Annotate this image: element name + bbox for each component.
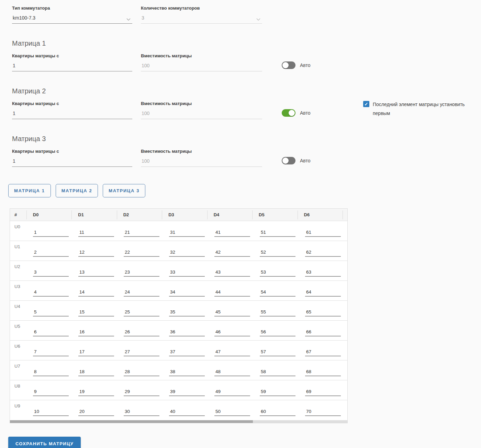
- cell-input[interactable]: [214, 329, 250, 336]
- cell-input[interactable]: [214, 349, 250, 356]
- apartments-input[interactable]: [13, 158, 124, 164]
- cell-input[interactable]: [214, 309, 250, 317]
- cell-input[interactable]: [33, 230, 69, 237]
- cell-input[interactable]: [78, 269, 114, 277]
- capacity-input[interactable]: [142, 111, 254, 116]
- cell-input[interactable]: [78, 369, 114, 376]
- column-header-D1: D1: [72, 209, 117, 221]
- cell-input[interactable]: [124, 329, 159, 336]
- cell-input[interactable]: [260, 269, 295, 277]
- horizontal-scrollbar[interactable]: [10, 420, 347, 423]
- table-cell: [72, 221, 118, 241]
- cell-input[interactable]: [33, 329, 69, 336]
- toggle-knob-icon: [282, 62, 289, 68]
- cell-input[interactable]: [78, 289, 114, 297]
- cell-input[interactable]: [78, 389, 114, 396]
- cell-input[interactable]: [169, 289, 205, 297]
- cell-input[interactable]: [260, 250, 295, 257]
- table-cell: [118, 301, 163, 320]
- cell-input[interactable]: [260, 389, 295, 396]
- checkbox-checked-icon[interactable]: ✓: [363, 101, 369, 107]
- save-matrix-button[interactable]: СОХРАНИТЬ МАТРИЦУ: [8, 437, 81, 448]
- cell-input[interactable]: [33, 409, 69, 416]
- cell-input[interactable]: [305, 230, 341, 237]
- cell-input[interactable]: [305, 309, 341, 317]
- cell-input[interactable]: [169, 389, 205, 396]
- cell-input[interactable]: [305, 269, 341, 277]
- cell-input[interactable]: [260, 289, 295, 297]
- cell-input[interactable]: [169, 329, 205, 336]
- cell-input[interactable]: [169, 369, 205, 376]
- cell-input[interactable]: [169, 349, 205, 356]
- cell-input[interactable]: [305, 369, 341, 376]
- tab-matrix-2[interactable]: МАТРИЦА 2: [56, 184, 98, 197]
- cell-input[interactable]: [124, 349, 159, 356]
- cell-input[interactable]: [124, 289, 159, 297]
- cell-input[interactable]: [260, 369, 295, 376]
- capacity-input[interactable]: [142, 63, 254, 68]
- cell-input[interactable]: [33, 369, 69, 376]
- cell-input[interactable]: [305, 289, 341, 297]
- cell-input[interactable]: [33, 250, 69, 257]
- cell-input[interactable]: [169, 409, 205, 416]
- cell-input[interactable]: [124, 230, 159, 237]
- cell-input[interactable]: [214, 389, 250, 396]
- cell-input[interactable]: [78, 250, 114, 257]
- cell-input[interactable]: [305, 329, 341, 336]
- cell-input[interactable]: [214, 250, 250, 257]
- cell-input[interactable]: [169, 269, 205, 277]
- cell-input[interactable]: [214, 230, 250, 237]
- scrollbar-thumb[interactable]: [10, 420, 253, 423]
- cell-input[interactable]: [33, 289, 69, 297]
- cell-input[interactable]: [33, 269, 69, 277]
- matrix-section-3: Матрица 3 Квартиры матрицы с Вместимость…: [12, 135, 481, 167]
- cell-input[interactable]: [305, 349, 341, 356]
- column-header-D3: D3: [162, 209, 207, 221]
- cell-input[interactable]: [78, 230, 114, 237]
- cell-input[interactable]: [260, 309, 295, 317]
- auto-toggle[interactable]: [282, 109, 295, 117]
- tab-matrix-1[interactable]: МАТРИЦА 1: [8, 184, 51, 197]
- cell-input[interactable]: [33, 349, 69, 356]
- table-cell: [27, 301, 72, 320]
- auto-toggle[interactable]: [282, 61, 295, 69]
- cell-input[interactable]: [305, 409, 341, 416]
- cell-input[interactable]: [260, 409, 295, 416]
- cell-input[interactable]: [33, 309, 69, 317]
- matrix-config-page: Тип коммутатора km100-7.3 Количество ком…: [0, 0, 481, 448]
- cell-input[interactable]: [124, 250, 159, 257]
- cell-input[interactable]: [124, 369, 159, 376]
- apartments-input[interactable]: [13, 63, 124, 68]
- table-cell: [72, 380, 118, 400]
- cell-input[interactable]: [169, 230, 205, 237]
- cell-input[interactable]: [78, 309, 114, 317]
- cell-input[interactable]: [214, 269, 250, 277]
- table-cell: [208, 360, 254, 380]
- cell-input[interactable]: [78, 349, 114, 356]
- apartments-input[interactable]: [13, 111, 124, 116]
- top-fields-row: Тип коммутатора km100-7.3 Количество ком…: [12, 5, 481, 24]
- cell-input[interactable]: [124, 309, 159, 317]
- table-cell: [27, 261, 72, 280]
- cell-input[interactable]: [124, 389, 159, 396]
- cell-input[interactable]: [260, 349, 295, 356]
- cell-input[interactable]: [214, 369, 250, 376]
- cell-input[interactable]: [260, 230, 295, 237]
- capacity-input[interactable]: [142, 158, 254, 164]
- cell-input[interactable]: [78, 329, 114, 336]
- switch-type-select[interactable]: km100-7.3: [12, 14, 132, 24]
- cell-input[interactable]: [169, 250, 205, 257]
- auto-toggle[interactable]: [282, 157, 295, 164]
- cell-input[interactable]: [124, 409, 159, 416]
- cell-input[interactable]: [305, 389, 341, 396]
- tab-matrix-3[interactable]: МАТРИЦА 3: [103, 184, 145, 197]
- cell-input[interactable]: [260, 329, 295, 336]
- cell-input[interactable]: [33, 389, 69, 396]
- cell-input[interactable]: [78, 409, 114, 416]
- cell-input[interactable]: [214, 289, 250, 297]
- cell-input[interactable]: [214, 409, 250, 416]
- cell-input[interactable]: [124, 269, 159, 277]
- last-element-first-checkbox-row[interactable]: ✓ Последний элемент матрицы установить п…: [363, 100, 470, 118]
- cell-input[interactable]: [305, 250, 341, 257]
- cell-input[interactable]: [169, 309, 205, 317]
